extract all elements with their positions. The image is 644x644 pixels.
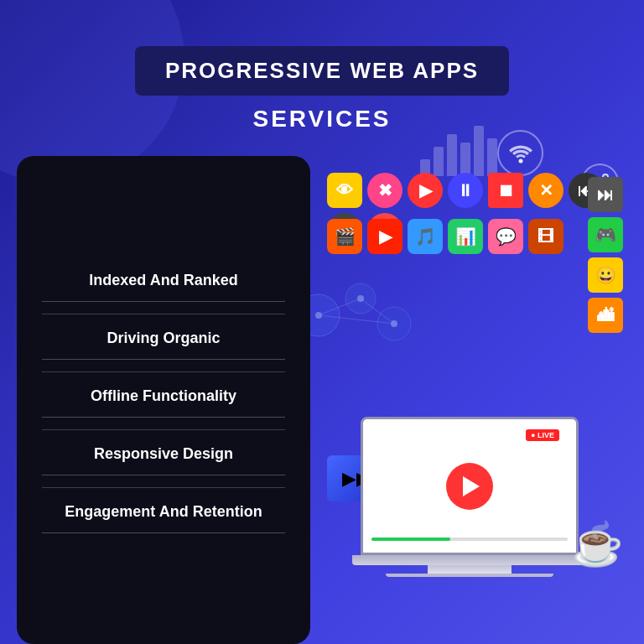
laptop-base [352, 555, 587, 565]
list-item: Offline Functionality [42, 372, 285, 430]
live-badge: ● LIVE [526, 429, 559, 441]
app-icon: ⏭ [588, 177, 623, 212]
list-item: Engagement And Retention [42, 488, 285, 537]
service-label: Responsive Design [42, 445, 285, 463]
service-label: Offline Functionality [42, 387, 285, 405]
list-item: Responsive Design [42, 430, 285, 488]
video-progress-bar [371, 538, 568, 541]
coffee-cup-icon: ☕ [571, 520, 623, 569]
service-label: Indexed And Ranked [42, 272, 285, 289]
app-icon: 🏙 [588, 298, 623, 333]
app-icon: ▶ [367, 219, 402, 254]
app-icon: 📊 [448, 219, 483, 254]
app-icon: ✖ [367, 173, 402, 208]
main-content: Indexed And Ranked Driving Organic Offli… [0, 148, 644, 644]
app-icon: 🎞 [528, 219, 564, 254]
app-icon: ⏸ [448, 173, 483, 208]
app-icon: ⏹ [488, 173, 523, 208]
app-icon: 💬 [488, 219, 523, 254]
laptop-screen-inner: ● LIVE [363, 419, 576, 553]
video-progress-fill [371, 538, 450, 541]
subtitle: SERVICES [252, 106, 391, 132]
svg-point-12 [315, 312, 322, 319]
laptop-foot [386, 574, 553, 577]
divider [42, 532, 285, 533]
app-icon: 🎬 [327, 219, 362, 254]
laptop-illustration: ● LIVE [361, 417, 579, 577]
services-card: Indexed And Ranked Driving Organic Offli… [17, 156, 310, 644]
right-icons-column: ⏭ 🎮 😀 🏙 [588, 177, 623, 333]
app-icon: 👁 [327, 173, 362, 208]
divider [42, 417, 285, 418]
play-triangle-icon [463, 476, 480, 496]
play-button [446, 463, 493, 510]
service-label: Engagement And Retention [42, 503, 285, 521]
app-icon: 😀 [588, 257, 623, 293]
network-graph-decoration [293, 273, 428, 357]
laptop-screen: ● LIVE [361, 417, 579, 555]
svg-point-14 [391, 320, 397, 327]
illustration-area: 👁 ✖ ▶ ⏸ ⏹ ✕ ⏮ 🔊 👍 🎬 ▶ 🎵 📊 💬 🎞 [319, 148, 627, 644]
app-icon: ✕ [528, 173, 564, 208]
app-icon: 🎮 [588, 217, 623, 252]
title-badge: PROGRESSIVE WEB APPS [135, 46, 509, 96]
divider [42, 301, 285, 302]
divider [42, 359, 285, 360]
app-icon: 🎵 [408, 219, 443, 254]
app-icon: ▶ [408, 173, 443, 208]
list-item: Indexed And Ranked [42, 263, 285, 314]
list-item: Driving Organic [42, 314, 285, 372]
service-label: Driving Organic [42, 330, 285, 347]
laptop-stand [428, 565, 512, 574]
divider [42, 475, 285, 475]
header: PROGRESSIVE WEB APPS SERVICES [135, 46, 509, 132]
app-icons-row2: 🎬 ▶ 🎵 📊 💬 🎞 [327, 219, 564, 254]
main-title: PROGRESSIVE WEB APPS [165, 58, 479, 83]
svg-point-13 [357, 295, 364, 302]
